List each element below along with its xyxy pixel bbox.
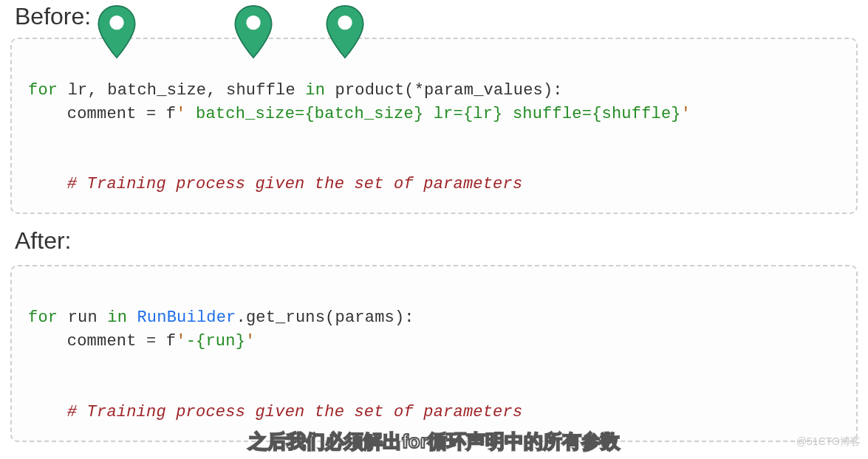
- code-line: for lr, batch_size, shuffle in product(*…: [28, 81, 563, 100]
- quote-open: ': [176, 332, 185, 351]
- code-line: # Training process given the set of para…: [28, 403, 522, 421]
- assign: comment = f: [67, 105, 176, 123]
- code-block-before: for lr, batch_size, shuffle in product(*…: [10, 38, 858, 214]
- keyword-for: for: [28, 81, 58, 100]
- quote-close: ': [245, 332, 255, 351]
- blank-line: [28, 126, 843, 150]
- keyword-in: in: [107, 308, 127, 327]
- call-expr: product(*param_values):: [335, 81, 563, 100]
- fstring-content: -{run}: [186, 332, 245, 351]
- heading-after: After:: [0, 227, 868, 255]
- loop-var: run: [68, 308, 98, 327]
- keyword-for: for: [28, 308, 58, 327]
- code-block-after: for run in RunBuilder.get_runs(params): …: [10, 265, 858, 441]
- quote-open: ': [176, 105, 185, 123]
- keyword-in: in: [305, 81, 325, 100]
- subtitle-caption: 之后我们必须解出for循环声明中的所有参数: [0, 429, 868, 455]
- heading-before: Before:: [0, 3, 868, 30]
- comment: # Training process given the set of para…: [67, 403, 523, 421]
- fstring-content: batch_size={batch_size} lr={lr} shuffle=…: [186, 105, 681, 123]
- class-name: RunBuilder: [137, 308, 236, 327]
- quote-close: ': [681, 105, 691, 123]
- assign: comment = f: [67, 332, 176, 351]
- watermark-text: @51CTO博客: [796, 435, 861, 449]
- blank-line: [28, 353, 843, 377]
- method-call: .get_runs(params):: [236, 308, 414, 327]
- loop-vars: lr, batch_size, shuffle: [68, 81, 295, 100]
- code-line: comment = f' batch_size={batch_size} lr=…: [28, 105, 691, 123]
- code-line: # Training process given the set of para…: [28, 175, 522, 193]
- comment: # Training process given the set of para…: [67, 175, 523, 193]
- subtitle-text: 之后我们必须解出for循环声明中的所有参数: [248, 429, 620, 455]
- code-line: comment = f'-{run}': [28, 332, 255, 351]
- code-line: for run in RunBuilder.get_runs(params):: [28, 308, 414, 327]
